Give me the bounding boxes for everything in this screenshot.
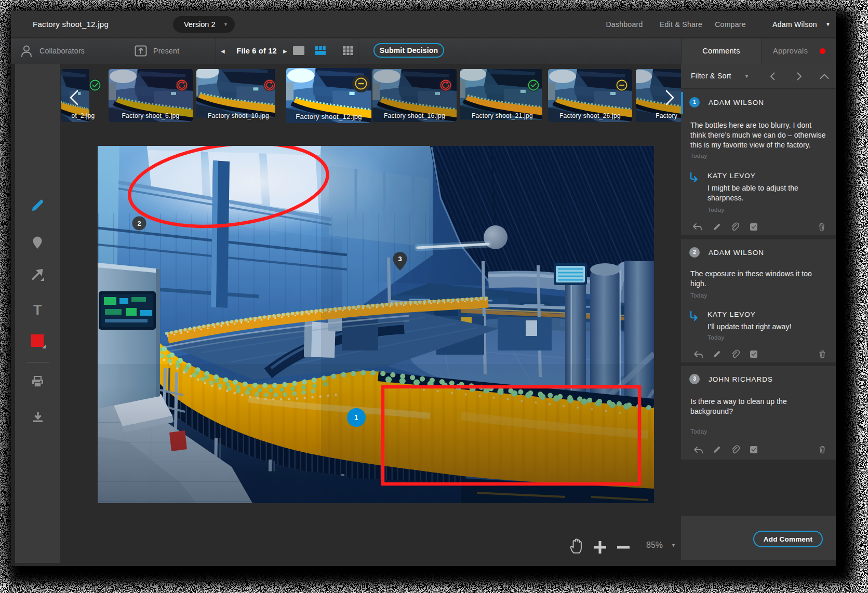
- svg-text:3: 3: [398, 255, 402, 263]
- svg-text:2: 2: [137, 220, 141, 227]
- svg-text:1: 1: [354, 413, 358, 422]
